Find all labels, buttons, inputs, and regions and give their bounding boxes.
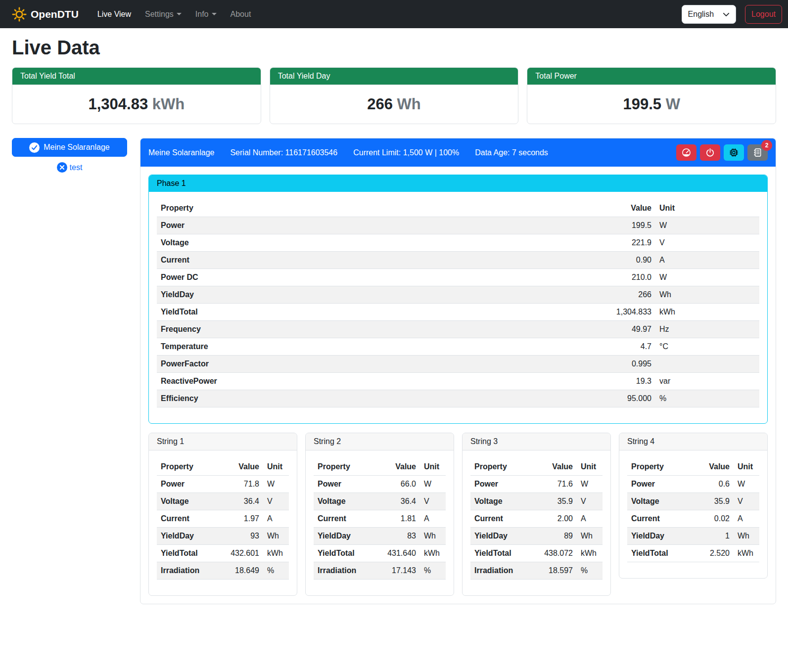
total-yield-day-unit: Wh xyxy=(397,95,421,113)
caret-down-icon xyxy=(177,13,182,15)
nav-item-info[interactable]: Info xyxy=(189,6,223,23)
string-3-title: String 3 xyxy=(463,433,610,450)
table-row: Current0.90A xyxy=(157,252,759,269)
logout-button[interactable]: Logout xyxy=(745,5,782,24)
brand-label: OpenDTU xyxy=(31,8,79,20)
table-row: Voltage35.9V xyxy=(627,493,759,510)
table-row: Power66.0W xyxy=(314,476,446,493)
inverter-limit: Current Limit: 1,500 W | 100% xyxy=(353,148,459,157)
table-row: YieldDay1Wh xyxy=(627,528,759,545)
table-row: Voltage36.4V xyxy=(157,493,289,510)
table-row: Frequency49.97Hz xyxy=(157,321,759,338)
table-row: Irradiation18.649% xyxy=(157,562,289,580)
string-4-card: String 4 Property Value Unit xyxy=(619,433,768,579)
card-total-yield-total: Total Yield Total 1,304.83 kWh xyxy=(12,67,261,124)
inverter-select-button[interactable]: Meine Solaranlage xyxy=(12,138,127,157)
col-value: Value xyxy=(591,200,655,217)
string-4-table: Property Value Unit Power0.6WVoltage35.9… xyxy=(627,458,759,562)
table-header-row: Property Value Unit xyxy=(157,200,759,217)
table-row: PowerFactor0.995 xyxy=(157,356,759,373)
col-property: Property xyxy=(314,458,374,476)
event-count-badge: 2 xyxy=(761,140,772,151)
nav-links: Live View Settings Info About xyxy=(92,6,678,23)
inverter-actions: 2 xyxy=(676,144,768,161)
total-power-value: 199.5 xyxy=(623,95,661,113)
table-row: YieldDay83Wh xyxy=(314,528,446,545)
table-row: Voltage221.9V xyxy=(157,234,759,252)
language-select-value: English xyxy=(688,10,714,19)
col-value: Value xyxy=(374,458,420,476)
event-log-button[interactable]: 2 xyxy=(747,144,768,161)
string-1-table: Property Value Unit Power71.8WVoltage36.… xyxy=(157,458,289,580)
string-3-card: String 3 Property Value Unit xyxy=(462,433,611,596)
table-row: ReactivePower19.3var xyxy=(157,373,759,390)
nav-item-live-view-label: Live View xyxy=(97,10,131,19)
table-header-row: Property Value Unit xyxy=(157,458,289,476)
table-row: Voltage35.9V xyxy=(470,493,603,510)
table-row: Current1.81A xyxy=(314,510,446,528)
col-property: Property xyxy=(157,458,218,476)
col-value: Value xyxy=(531,458,577,476)
inverter-item-test[interactable]: test xyxy=(12,162,127,173)
brand[interactable]: OpenDTU xyxy=(12,7,79,22)
nav-item-info-label: Info xyxy=(195,10,209,19)
inverter-name: Meine Solaranlage xyxy=(148,148,214,157)
x-circle-icon xyxy=(57,162,67,173)
table-row: YieldDay93Wh xyxy=(157,528,289,545)
string-4-title: String 4 xyxy=(619,433,767,450)
language-select[interactable]: English xyxy=(682,5,736,24)
inverter-item-test-label: test xyxy=(70,163,83,172)
table-header-row: Property Value Unit xyxy=(627,458,759,476)
card-total-power-title: Total Power xyxy=(527,68,776,85)
card-total-yield-day-title: Total Yield Day xyxy=(270,68,518,85)
table-row: YieldDay266Wh xyxy=(157,286,759,304)
col-unit: Unit xyxy=(420,458,446,476)
sun-icon xyxy=(12,7,27,22)
table-row: YieldDay89Wh xyxy=(470,528,603,545)
inverter-serial: Serial Number: 116171603546 xyxy=(230,148,337,157)
string-2-card: String 2 Property Value Unit xyxy=(305,433,454,596)
nav-item-settings-label: Settings xyxy=(145,10,174,19)
caret-down-icon xyxy=(212,13,217,15)
navbar: OpenDTU Live View Settings Info About En… xyxy=(0,0,788,28)
summary-row: Total Yield Total 1,304.83 kWh Total Yie… xyxy=(12,67,776,124)
table-row: YieldTotal431.640kWh xyxy=(314,545,446,562)
col-property: Property xyxy=(627,458,688,476)
table-row: YieldTotal2.520kWh xyxy=(627,545,759,562)
table-row: Power0.6W xyxy=(627,476,759,493)
table-row: YieldTotal432.601kWh xyxy=(157,545,289,562)
table-row: Power71.6W xyxy=(470,476,603,493)
string-3-table: Property Value Unit Power71.6WVoltage35.… xyxy=(470,458,603,580)
cpu-icon xyxy=(729,148,739,157)
table-row: Power DC210.0W xyxy=(157,269,759,286)
gauge-icon xyxy=(682,148,691,157)
table-row: YieldTotal438.072kWh xyxy=(470,545,603,562)
chevron-down-icon xyxy=(723,11,730,18)
card-total-yield-total-title: Total Yield Total xyxy=(12,68,261,85)
inverter-select-label: Meine Solaranlage xyxy=(44,143,109,152)
phase-table: Property Value Unit Power199.5WVoltage22… xyxy=(157,200,759,407)
col-unit: Unit xyxy=(734,458,759,476)
power-button[interactable] xyxy=(700,144,720,161)
nav-item-settings[interactable]: Settings xyxy=(139,6,187,23)
string-1-title: String 1 xyxy=(149,433,297,450)
col-property: Property xyxy=(470,458,531,476)
table-row: Current2.00A xyxy=(470,510,603,528)
inverter-data-age: Data Age: 7 seconds xyxy=(475,148,548,157)
table-header-row: Property Value Unit xyxy=(470,458,603,476)
string-2-table: Property Value Unit Power66.0WVoltage36.… xyxy=(314,458,446,580)
device-info-button[interactable] xyxy=(724,144,744,161)
table-row: Current0.02A xyxy=(627,510,759,528)
nav-item-about[interactable]: About xyxy=(225,6,257,23)
nav-item-live-view[interactable]: Live View xyxy=(92,6,137,23)
card-total-power: Total Power 199.5 W xyxy=(527,67,776,124)
table-row: Temperature4.7°C xyxy=(157,338,759,356)
table-row: Power199.5W xyxy=(157,217,759,234)
total-yield-total-unit: kWh xyxy=(152,95,185,113)
journal-icon xyxy=(753,148,762,157)
page-title: Live Data xyxy=(12,37,776,59)
phase-card: Phase 1 Property Value Unit Power199.5WV… xyxy=(148,175,768,424)
table-row: Irradiation17.143% xyxy=(314,562,446,580)
col-unit: Unit xyxy=(263,458,289,476)
limit-settings-button[interactable] xyxy=(676,144,696,161)
